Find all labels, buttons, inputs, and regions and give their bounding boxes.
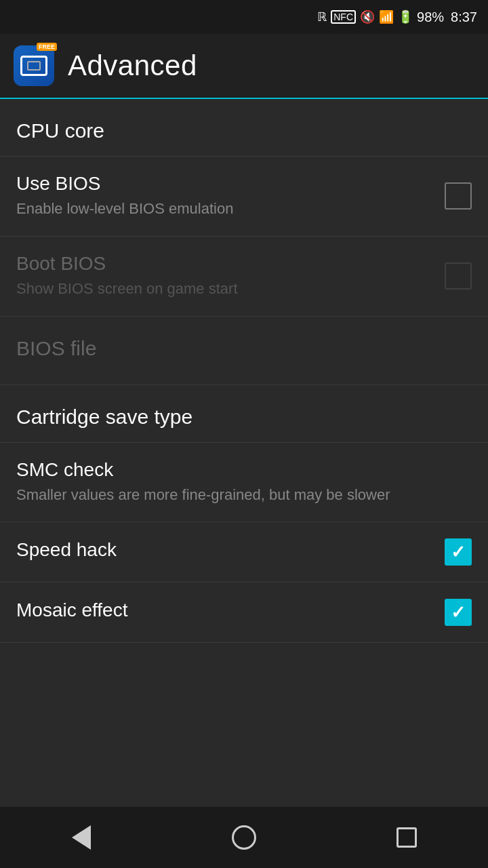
battery-percent: 98% bbox=[417, 9, 444, 25]
wifi-icon: 📶 bbox=[379, 9, 394, 24]
smc-check-content: SMC check Smaller values are more fine-g… bbox=[16, 459, 472, 506]
section-cpu-core: CPU core bbox=[0, 99, 488, 157]
page-title: Advanced bbox=[68, 50, 197, 82]
status-icons: ℝ NFC 🔇 📶 🔋 98% 8:37 bbox=[317, 9, 477, 25]
back-button[interactable] bbox=[54, 817, 108, 858]
settings-item-use-bios[interactable]: Use BIOS Enable low-level BIOS emulation bbox=[0, 157, 488, 237]
controller-icon bbox=[27, 61, 41, 71]
boot-bios-checkbox[interactable] bbox=[445, 262, 472, 290]
mosaic-effect-checkbox[interactable] bbox=[445, 599, 472, 626]
use-bios-content: Use BIOS Enable low-level BIOS emulation bbox=[16, 173, 445, 220]
smc-check-subtitle: Smaller values are more fine-grained, bu… bbox=[16, 485, 458, 506]
nav-bar bbox=[0, 807, 488, 868]
nfc-icon: NFC bbox=[331, 10, 356, 24]
battery-icon: 🔋 bbox=[398, 9, 413, 24]
settings-item-boot-bios[interactable]: Boot BIOS Show BIOS screen on game start bbox=[0, 237, 488, 317]
recent-icon bbox=[396, 827, 417, 848]
boot-bios-title: Boot BIOS bbox=[16, 253, 431, 275]
use-bios-subtitle: Enable low-level BIOS emulation bbox=[16, 199, 431, 220]
status-bar: ℝ NFC 🔇 📶 🔋 98% 8:37 bbox=[0, 0, 488, 34]
mute-icon: 🔇 bbox=[360, 9, 375, 24]
home-button[interactable] bbox=[217, 817, 271, 858]
settings-item-mosaic-effect[interactable]: Mosaic effect bbox=[0, 583, 488, 643]
use-bios-checkbox[interactable] bbox=[445, 182, 472, 210]
speed-hack-content: Speed hack bbox=[16, 539, 445, 565]
settings-content: CPU core Use BIOS Enable low-level BIOS … bbox=[0, 99, 488, 807]
smc-check-title: SMC check bbox=[16, 459, 458, 481]
recent-button[interactable] bbox=[380, 817, 434, 858]
cartridge-save-type-title: Cartridge save type bbox=[16, 406, 192, 428]
home-icon bbox=[232, 825, 256, 850]
settings-item-speed-hack[interactable]: Speed hack bbox=[0, 522, 488, 583]
speed-hack-checkbox[interactable] bbox=[445, 538, 472, 566]
cpu-core-title: CPU core bbox=[16, 119, 104, 142]
boot-bios-subtitle: Show BIOS screen on game start bbox=[16, 279, 431, 300]
app-icon-inner bbox=[20, 56, 47, 76]
boot-bios-content: Boot BIOS Show BIOS screen on game start bbox=[16, 253, 445, 300]
bluetooth-icon: ℝ bbox=[317, 9, 327, 24]
bios-file-title: BIOS file bbox=[16, 337, 96, 360]
section-cartridge-save-type: Cartridge save type bbox=[0, 385, 488, 443]
mosaic-effect-title: Mosaic effect bbox=[16, 599, 431, 621]
mosaic-effect-content: Mosaic effect bbox=[16, 599, 445, 625]
app-badge: FREE bbox=[37, 43, 57, 51]
use-bios-title: Use BIOS bbox=[16, 173, 431, 195]
settings-item-smc-check[interactable]: SMC check Smaller values are more fine-g… bbox=[0, 443, 488, 523]
toolbar: FREE Advanced bbox=[0, 34, 488, 99]
back-icon bbox=[72, 825, 91, 850]
settings-item-bios-file[interactable]: BIOS file bbox=[0, 317, 488, 385]
speed-hack-title: Speed hack bbox=[16, 539, 431, 561]
app-icon: FREE bbox=[14, 45, 54, 86]
time-display: 8:37 bbox=[451, 9, 477, 25]
